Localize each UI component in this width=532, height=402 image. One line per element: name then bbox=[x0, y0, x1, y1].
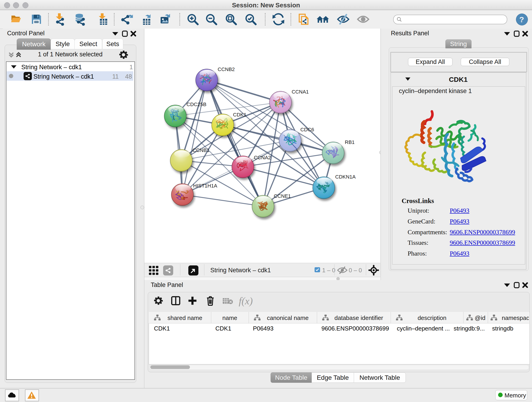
svg-text:RB1: RB1 bbox=[345, 139, 355, 145]
svg-text:HIST1H1A: HIST1H1A bbox=[193, 183, 217, 189]
svg-text:CDC25B: CDC25B bbox=[186, 102, 206, 107]
svg-text:CCNE1: CCNE1 bbox=[274, 193, 291, 199]
svg-text:CCNB2: CCNB2 bbox=[218, 66, 235, 72]
svg-text:CCNB1: CCNB1 bbox=[192, 147, 210, 153]
svg-text:CCNA2: CCNA2 bbox=[254, 155, 271, 160]
svg-text:CDKN1A: CDKN1A bbox=[335, 174, 356, 180]
svg-text:CCNA1: CCNA1 bbox=[292, 89, 309, 95]
svg-text:CDK1: CDK1 bbox=[233, 112, 247, 118]
svg-text:CDC6: CDC6 bbox=[300, 127, 314, 133]
